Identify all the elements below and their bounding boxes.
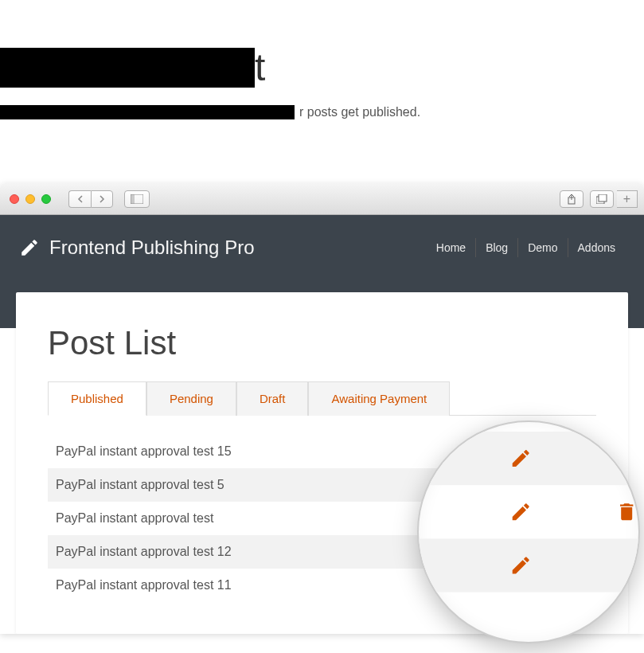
delete-icon[interactable]: [568, 511, 582, 526]
maximize-window-button[interactable]: [41, 194, 51, 204]
tab-awaiting-payment[interactable]: Awaiting Payment: [308, 381, 450, 416]
close-window-button[interactable]: [10, 194, 19, 204]
tab-pending[interactable]: Pending: [146, 381, 236, 416]
edit-icon[interactable]: [507, 444, 521, 459]
redacted-subtitle-block: [0, 105, 295, 119]
post-title: PayPal instant approval test 11: [56, 578, 447, 592]
link-icon[interactable]: [447, 478, 461, 492]
tabs: Published Pending Draft Awaiting Payment: [48, 381, 596, 416]
table-row: PayPal instant approval test 5: [48, 468, 596, 502]
post-table: PayPal instant approval test 15 PayPal i…: [48, 435, 596, 602]
link-icon[interactable]: [447, 545, 461, 559]
page-title: Post List: [48, 324, 596, 362]
share-button[interactable]: [560, 190, 584, 208]
content-card: Post List Published Pending Draft Awaiti…: [16, 292, 628, 634]
table-row: PayPal instant approval test 11: [48, 569, 596, 602]
tab-draft[interactable]: Draft: [236, 381, 309, 416]
redacted-title-block: [0, 48, 255, 88]
link-icon[interactable]: [447, 578, 461, 592]
top-hero: t r posts get published.: [0, 0, 644, 151]
nav-back-forward: [68, 190, 113, 208]
brand-text: Frontend Publishing Pro: [49, 237, 254, 259]
post-title: PayPal instant approval test: [56, 511, 447, 526]
tab-published[interactable]: Published: [48, 381, 146, 416]
pen-icon: [19, 237, 40, 258]
edit-icon[interactable]: [507, 478, 521, 492]
table-row: PayPal instant approval test 12: [48, 535, 596, 569]
traffic-lights: [10, 194, 51, 204]
svg-rect-4: [599, 194, 607, 201]
svg-rect-1: [131, 194, 135, 204]
table-row: PayPal instant approval test: [48, 502, 596, 535]
post-title: PayPal instant approval test 12: [56, 545, 447, 559]
delete-icon[interactable]: [568, 444, 582, 459]
nav-addons[interactable]: Addons: [568, 238, 625, 257]
brand[interactable]: Frontend Publishing Pro: [19, 237, 254, 259]
forward-button[interactable]: [91, 190, 113, 208]
back-button[interactable]: [68, 190, 91, 208]
edit-icon[interactable]: [507, 578, 521, 592]
nav-blog[interactable]: Blog: [476, 238, 518, 257]
edit-icon[interactable]: [507, 511, 521, 526]
table-row: PayPal instant approval test 15: [48, 435, 596, 468]
nav-menu: Home Blog Demo Addons: [427, 238, 625, 257]
delete-icon[interactable]: [568, 545, 582, 559]
title-suffix: t: [255, 46, 265, 88]
sidebar-toggle-button[interactable]: [124, 190, 150, 208]
browser-chrome: +: [0, 183, 644, 215]
nav-home[interactable]: Home: [427, 238, 476, 257]
post-title: PayPal instant approval test 15: [56, 444, 447, 459]
post-title: PayPal instant approval test 5: [56, 478, 447, 492]
site-header: Frontend Publishing Pro Home Blog Demo A…: [0, 215, 644, 280]
tabs-button[interactable]: [590, 190, 614, 208]
delete-icon[interactable]: [568, 478, 582, 492]
delete-icon[interactable]: [568, 578, 582, 592]
nav-demo[interactable]: Demo: [518, 238, 568, 257]
subtitle-suffix: r posts get published.: [299, 105, 420, 119]
new-tab-button[interactable]: +: [617, 190, 638, 208]
edit-icon[interactable]: [507, 545, 521, 559]
minimize-window-button[interactable]: [25, 194, 35, 204]
browser-window: + Frontend Publishing Pro Home Blog Demo…: [0, 183, 644, 634]
